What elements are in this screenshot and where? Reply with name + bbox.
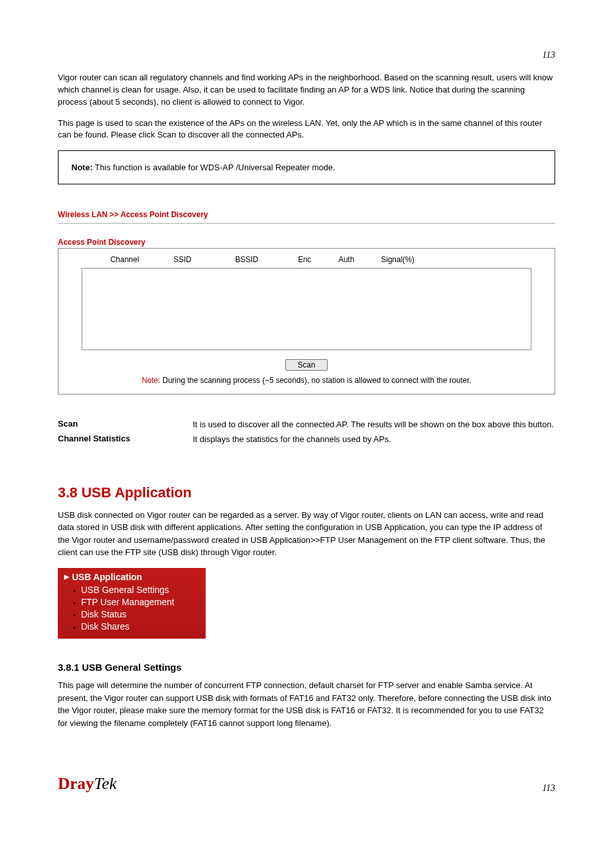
menu-item-disk-status[interactable]: Disk Status [73, 608, 199, 621]
note-box: Note: This function is available for WDS… [58, 150, 555, 184]
router-panel: Wireless LAN >> Access Point Discovery A… [58, 210, 555, 394]
intro-paragraph-2: This page is used to scan the existence … [58, 118, 555, 142]
brand-logo: DrayTek [58, 774, 116, 793]
page-number-top: 113 [58, 0, 555, 72]
item-row: Scan It is used to discover all the conn… [58, 419, 555, 431]
scan-button[interactable]: Scan [285, 359, 327, 371]
page-number-value: 113 [542, 50, 555, 60]
menu-item-ftp-user-management[interactable]: FTP User Management [73, 596, 199, 608]
menu-items: USB General Settings FTP User Management… [64, 584, 199, 633]
ap-table-header: Channel SSID BSSID Enc Auth Signal(%) [61, 251, 552, 268]
intro-paragraph-1: Vigor router can scan all regulatory cha… [58, 72, 555, 109]
col-bssid: BSSID [211, 255, 282, 264]
scan-note-rest: During the scanning process (~5 seconds)… [160, 376, 471, 385]
scan-note: Note: During the scanning process (~5 se… [61, 376, 552, 385]
logo-part-1: Dray [58, 774, 94, 793]
logo-part-2: Tek [94, 774, 116, 793]
sidebar-menu: ▶ USB Application USB General Settings F… [58, 568, 206, 639]
col-channel: Channel [96, 255, 154, 264]
scan-row: Scan [61, 359, 552, 371]
menu-item-usb-general-settings[interactable]: USB General Settings [73, 584, 199, 596]
menu-head[interactable]: ▶ USB Application [64, 572, 199, 582]
menu-title: USB Application [72, 572, 142, 582]
item-label: Scan [58, 419, 193, 429]
note-label: Note: [71, 163, 93, 172]
section-head: 3.8 USB Application [58, 484, 555, 501]
item-explanations: Scan It is used to discover all the conn… [58, 419, 555, 446]
menu-item-disk-shares[interactable]: Disk Shares [73, 621, 199, 633]
item-row: Channel Statistics It displays the stati… [58, 434, 555, 446]
menu-expand-icon: ▶ [64, 573, 69, 580]
item-desc: It displays the statistics for the chann… [193, 434, 555, 446]
footer: DrayTek 113 [58, 774, 555, 793]
item-label: Channel Statistics [58, 434, 193, 443]
breadcrumb: Wireless LAN >> Access Point Discovery [58, 210, 555, 224]
col-ssid: SSID [154, 255, 211, 264]
section-paragraph: USB disk connected on Vigor router can b… [58, 509, 555, 559]
col-spacer [64, 255, 96, 264]
item-desc: It is used to discover all the connected… [193, 419, 555, 431]
ap-results-list[interactable] [82, 268, 531, 350]
panel-title: Access Point Discovery [58, 238, 555, 247]
col-enc: Enc [282, 255, 327, 264]
subsection-head: 3.8.1 USB General Settings [58, 662, 555, 673]
col-auth: Auth [327, 255, 366, 264]
ap-table-wrap: Channel SSID BSSID Enc Auth Signal(%) Sc… [58, 248, 555, 394]
col-signal: Signal(%) [366, 255, 430, 264]
scan-note-red: Note: [142, 376, 161, 385]
subsection-paragraph: This page will determine the number of c… [58, 679, 555, 729]
note-text: This function is available for WDS-AP /U… [93, 163, 335, 172]
page-number-bottom: 113 [542, 783, 555, 793]
